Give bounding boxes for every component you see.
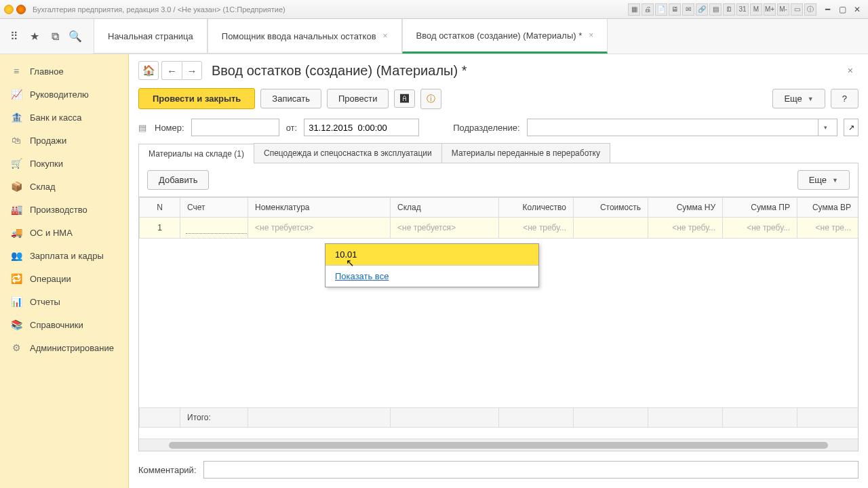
- title-icon[interactable]: 🔗: [696, 3, 708, 16]
- col-warehouse[interactable]: Склад: [391, 198, 499, 218]
- cell-warehouse[interactable]: <не требуется>: [391, 218, 499, 239]
- back-button[interactable]: ←: [161, 61, 182, 80]
- number-label: Номер:: [155, 123, 184, 133]
- chevron-down-icon[interactable]: ▾: [818, 119, 833, 136]
- maximize-icon[interactable]: ▢: [835, 4, 849, 15]
- sidebar-item-label: Склад: [30, 182, 56, 192]
- history-icon[interactable]: ⧉: [46, 28, 64, 45]
- cell-nomenclature[interactable]: <не требуется>: [248, 218, 391, 239]
- subtab-materials[interactable]: Материалы на складе (1): [138, 144, 254, 163]
- cell-sum-pr[interactable]: <не требу...: [723, 218, 797, 239]
- search-icon[interactable]: 🔍: [66, 28, 84, 45]
- subtabs: Материалы на складе (1) Спецодежда и спе…: [138, 143, 859, 163]
- content: 🏠 ← → Ввод остатков (создание) (Материал…: [129, 54, 868, 488]
- toolbar: Провести и закрыть Записать Провести 🅰 ⓘ…: [129, 84, 868, 116]
- sidebar-item-hr[interactable]: 👥Зарплата и кадры: [0, 244, 128, 267]
- tab-start-page[interactable]: Начальная страница: [94, 19, 208, 54]
- title-icon[interactable]: 🗓: [723, 3, 735, 16]
- title-icon[interactable]: 📄: [655, 3, 667, 16]
- title-icon[interactable]: M-: [777, 3, 789, 16]
- dropdown-item[interactable]: 10.01: [326, 244, 538, 265]
- horizontal-scrollbar[interactable]: [139, 439, 858, 451]
- apps-icon[interactable]: ⠿: [5, 28, 23, 45]
- record-button[interactable]: Записать: [260, 89, 321, 108]
- table-more-button[interactable]: Еще▼: [797, 170, 850, 190]
- comment-input[interactable]: [203, 461, 859, 479]
- title-icon[interactable]: ✉: [682, 3, 694, 16]
- title-icon[interactable]: 31: [736, 3, 749, 16]
- sidebar-item-bank[interactable]: 🏦Банк и касса: [0, 106, 128, 129]
- post-and-close-button[interactable]: Провести и закрыть: [138, 88, 255, 109]
- scrollbar-thumb[interactable]: [169, 442, 828, 449]
- sidebar-item-label: Зарплата и кадры: [30, 251, 104, 261]
- sidebar-item-label: Справочники: [30, 320, 83, 330]
- col-account[interactable]: Счет: [180, 198, 248, 218]
- debit-credit-icon[interactable]: 🅰: [394, 89, 415, 108]
- title-icon[interactable]: ▦: [628, 3, 640, 16]
- minimize-icon[interactable]: ━: [821, 4, 834, 15]
- subtab-processing[interactable]: Материалы переданные в переработку: [441, 143, 610, 163]
- comment-row: Комментарий:: [129, 451, 868, 488]
- forward-button[interactable]: →: [182, 61, 202, 80]
- info-icon[interactable]: ⓘ: [420, 89, 441, 109]
- cell-quantity[interactable]: <не требу...: [499, 218, 574, 239]
- tab-wizard[interactable]: Помощник ввода начальных остатков ×: [208, 19, 402, 54]
- sidebar-item-main[interactable]: ≡Главное: [0, 60, 128, 83]
- sidebar-item-manager[interactable]: 📈Руководителю: [0, 83, 128, 106]
- dropdown-show-all[interactable]: Показать все: [326, 266, 538, 287]
- close-icon[interactable]: ×: [589, 30, 593, 40]
- title-icon[interactable]: M+: [764, 3, 776, 16]
- cell-sum-vr[interactable]: <не тре...: [797, 218, 859, 239]
- col-sum-nu[interactable]: Сумма НУ: [648, 198, 723, 218]
- home-button[interactable]: 🏠: [138, 61, 159, 80]
- table-row[interactable]: 1 ▾ ↗ <не требуется> <не требуется> <не: [140, 218, 859, 239]
- cell-account[interactable]: ▾ ↗: [180, 218, 248, 239]
- col-nomenclature[interactable]: Номенклатура: [248, 198, 391, 218]
- close-icon[interactable]: ×: [383, 31, 388, 41]
- list-icon[interactable]: ▤: [138, 123, 146, 133]
- open-external-icon[interactable]: ↗: [844, 119, 859, 136]
- account-dropdown: 10.01 Показать все: [325, 243, 539, 287]
- favorites-icon[interactable]: ★: [26, 28, 43, 45]
- sidebar-item-assets[interactable]: 🚚ОС и НМА: [0, 221, 128, 244]
- col-quantity[interactable]: Количество: [499, 198, 574, 218]
- number-input[interactable]: [191, 119, 279, 136]
- tab-balances-entry[interactable]: Ввод остатков (создание) (Материалы) * ×: [402, 19, 608, 54]
- col-n[interactable]: N: [140, 198, 180, 218]
- title-icon[interactable]: ▭: [791, 3, 803, 16]
- subtab-workwear[interactable]: Спецодежда и спецоснастка в эксплуатации: [254, 143, 442, 163]
- department-input[interactable]: ▾: [527, 119, 837, 136]
- window-controls: ━ ▢ ✕: [821, 4, 864, 15]
- truck-icon: 🚚: [9, 227, 23, 238]
- col-sum-vr[interactable]: Сумма ВР: [797, 198, 859, 218]
- table-area: Добавить Еще▼ N Счет Номенклатура: [138, 163, 859, 451]
- title-icon[interactable]: 🖨: [642, 3, 654, 16]
- sidebar: ≡Главное 📈Руководителю 🏦Банк и касса 🛍Пр…: [0, 54, 129, 488]
- sidebar-item-sales[interactable]: 🛍Продажи: [0, 129, 128, 152]
- title-toolbar: ▦ 🖨 📄 🖥 ✉ 🔗 ▤ 🗓 31 M M+ M- ▭ ⓘ: [628, 3, 816, 16]
- add-row-button[interactable]: Добавить: [147, 170, 209, 190]
- col-sum-pr[interactable]: Сумма ПР: [723, 198, 797, 218]
- sidebar-item-catalogs[interactable]: 📚Справочники: [0, 313, 128, 336]
- cell-cost[interactable]: [574, 218, 648, 239]
- sidebar-item-production[interactable]: 🏭Производство: [0, 198, 128, 221]
- title-icon[interactable]: ▤: [709, 3, 722, 16]
- col-cost[interactable]: Стоимость: [574, 198, 648, 218]
- tabs: Начальная страница Помощник ввода началь…: [94, 19, 608, 54]
- sidebar-item-reports[interactable]: 📊Отчеты: [0, 290, 128, 313]
- sidebar-item-operations[interactable]: 🔁Операции: [0, 267, 128, 290]
- cell-sum-nu[interactable]: <не требу...: [648, 218, 723, 239]
- close-icon[interactable]: ✕: [850, 4, 864, 15]
- page-close-icon[interactable]: ×: [842, 62, 859, 79]
- title-icon[interactable]: ⓘ: [804, 3, 816, 16]
- title-icon[interactable]: M: [750, 3, 762, 16]
- sidebar-item-warehouse[interactable]: 📦Склад: [0, 175, 128, 198]
- help-button[interactable]: ?: [831, 89, 859, 108]
- sidebar-item-purchases[interactable]: 🛒Покупки: [0, 152, 128, 175]
- account-input[interactable]: [186, 222, 248, 234]
- more-button[interactable]: Еще▼: [772, 89, 825, 108]
- sidebar-item-admin[interactable]: ⚙Администрирование: [0, 336, 128, 359]
- title-icon[interactable]: 🖥: [669, 3, 681, 16]
- date-input[interactable]: [304, 119, 419, 136]
- post-button[interactable]: Провести: [327, 89, 389, 108]
